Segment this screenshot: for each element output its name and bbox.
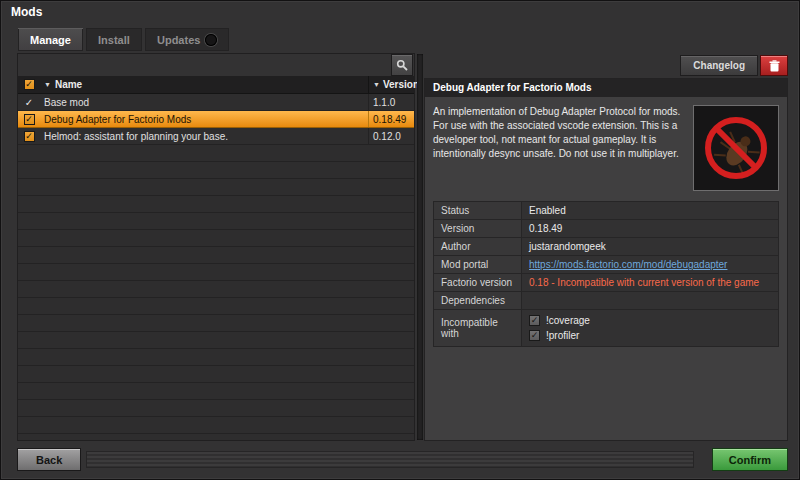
info-value-author: justarandomgeek [522, 238, 779, 256]
checkbox-checked-icon: ✓ [24, 79, 35, 90]
updates-count-badge-icon [205, 34, 217, 46]
search-icon [396, 59, 408, 71]
mod-base-check: ✓ [18, 94, 40, 110]
table-row: Incompatible with ✓ !coverage ✓ !profile… [434, 310, 779, 347]
mod-enabled-checkbox[interactable]: ✓ [18, 128, 40, 144]
info-label: Mod portal [434, 256, 522, 274]
info-label: Factorio version [434, 274, 522, 292]
sort-icon: ▼ [373, 81, 380, 88]
table-row: Mod portal https://mods.factorio.com/mod… [434, 256, 779, 274]
mod-details-body: An implementation of Debug Adapter Proto… [425, 97, 787, 440]
info-label: Dependencies [434, 292, 522, 310]
mod-thumbnail [693, 105, 779, 191]
tab-install[interactable]: Install [86, 28, 142, 51]
mod-version: 1.1.0 [373, 97, 395, 108]
tab-install-label: Install [98, 34, 130, 46]
table-row: Status Enabled [434, 202, 779, 220]
factorio-version-warning: 0.18 - Incompatible with current version… [529, 277, 759, 288]
table-row: Factorio version 0.18 - Incompatible wit… [434, 274, 779, 292]
mod-list-panel: ✓ ▼ Name ▼ Version ✓ Base mod 1.1.0 ✓ De… [18, 54, 414, 440]
titlebar: Mods [1, 1, 799, 23]
mod-description: An implementation of Debug Adapter Proto… [433, 105, 681, 191]
confirm-button[interactable]: Confirm [713, 449, 787, 470]
mod-details-title: Debug Adapter for Factorio Mods [425, 79, 787, 97]
mod-portal-link[interactable]: https://mods.factorio.com/mod/debugadapt… [529, 259, 727, 270]
mod-name: Helmod: assistant for planning your base… [44, 131, 228, 142]
tab-bar: Manage Install Updates [18, 28, 229, 51]
changelog-button-label: Changelog [693, 60, 745, 71]
incompatible-item: ✓ !coverage [529, 315, 771, 326]
mods-window: Mods Manage Install Updates ✓ [0, 0, 800, 480]
trash-icon [769, 60, 780, 72]
checkbox-checked-icon: ✓ [24, 131, 35, 142]
mod-details-panel: Debug Adapter for Factorio Mods An imple… [425, 79, 787, 440]
tab-updates[interactable]: Updates [145, 28, 229, 51]
checkbox-checked-icon: ✓ [529, 315, 540, 326]
delete-mod-button[interactable] [761, 56, 787, 75]
sort-desc-icon: ▼ [44, 81, 51, 88]
tab-updates-label: Updates [157, 34, 200, 46]
footer-bar: Back Confirm [1, 440, 799, 479]
mod-name: Base mod [44, 97, 89, 108]
table-row: Version 0.18.49 [434, 220, 779, 238]
incompatible-mod-name: !profiler [546, 330, 579, 341]
mod-row-base[interactable]: ✓ Base mod 1.1.0 [18, 94, 414, 111]
mod-list-scrollbar[interactable] [417, 54, 423, 440]
incompatible-item: ✓ !profiler [529, 330, 771, 341]
mod-row-debugadapter[interactable]: ✓ Debug Adapter for Factorio Mods 0.18.4… [18, 111, 414, 128]
header-column-name[interactable]: ▼ Name [40, 76, 368, 93]
incompatible-list: ✓ !coverage ✓ !profiler [529, 313, 771, 343]
no-bugs-icon [700, 112, 772, 184]
details-toolbar: Changelog [681, 56, 787, 75]
footer-drag-handle [87, 452, 693, 467]
header-version-label: Version [383, 79, 419, 90]
tab-manage[interactable]: Manage [18, 28, 83, 51]
tab-manage-label: Manage [30, 34, 71, 46]
info-value-version: 0.18.49 [522, 220, 779, 238]
changelog-button[interactable]: Changelog [681, 56, 757, 75]
mod-row-helmod[interactable]: ✓ Helmod: assistant for planning your ba… [18, 128, 414, 145]
header-enable-all-checkbox[interactable]: ✓ [18, 76, 40, 93]
confirm-button-label: Confirm [729, 454, 771, 466]
search-button[interactable] [392, 55, 412, 75]
info-label: Version [434, 220, 522, 238]
checkbox-checked-icon: ✓ [24, 114, 35, 125]
mod-enabled-checkbox[interactable]: ✓ [18, 111, 40, 127]
checkbox-checked-icon: ✓ [529, 330, 540, 341]
mod-version: 0.18.49 [373, 114, 406, 125]
mod-name: Debug Adapter for Factorio Mods [44, 114, 191, 125]
mod-list-toolbar [18, 54, 414, 76]
back-button-label: Back [36, 454, 62, 466]
info-label: Incompatible with [434, 310, 522, 347]
table-row: Dependencies [434, 292, 779, 310]
mod-list-header: ✓ ▼ Name ▼ Version [18, 76, 414, 94]
mod-list-empty-area [18, 145, 414, 440]
incompatible-mod-name: !coverage [546, 315, 590, 326]
check-icon: ✓ [25, 97, 33, 108]
info-value-dependencies [522, 292, 779, 310]
window-title: Mods [11, 5, 42, 19]
info-label: Author [434, 238, 522, 256]
mod-info-table: Status Enabled Version 0.18.49 Author ju… [433, 201, 779, 347]
header-name-label: Name [55, 79, 82, 90]
info-value-status: Enabled [522, 202, 779, 220]
back-button[interactable]: Back [18, 449, 80, 470]
header-column-version[interactable]: ▼ Version [368, 76, 414, 93]
table-row: Author justarandomgeek [434, 238, 779, 256]
mod-version: 0.12.0 [373, 131, 401, 142]
info-label: Status [434, 202, 522, 220]
